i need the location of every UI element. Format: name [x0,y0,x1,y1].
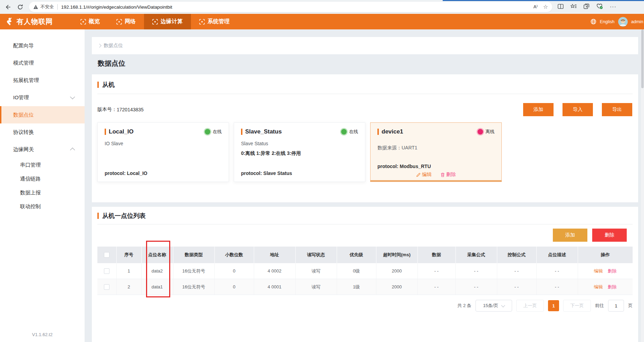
slave-panel: 从机 版本号： 1720143835 添加 导入 导出 Local_IO 在线 … [92,74,638,202]
sidebar-item-label: 协议转换 [13,129,34,136]
browser-essentials-icon[interactable] [596,3,603,11]
sidebar-item-data-report[interactable]: 数据上报 [0,186,85,200]
sidebar-item-communication-link[interactable]: 通信链路 [0,172,85,186]
col-header: 小数位数 [214,247,254,263]
slave-description: IO Slave [105,141,222,146]
sidebar-item-config-wizard[interactable]: 配置向导 [0,37,85,54]
cell-data: - - [417,263,455,279]
address-bar[interactable]: 不安全 192.168.1.1/#/origin/edgecalculation… [29,2,552,12]
scrollbar-thumb[interactable] [641,29,644,88]
cell-decimals: 0 [214,279,254,295]
slave-protocol: protocol: Local_IO [105,170,147,176]
globe-icon[interactable] [590,19,596,25]
sidebar-item-edge-gateway[interactable]: 边缘网关 [0,141,85,158]
chevron-down-icon [70,94,75,99]
breadcrumb-item[interactable]: 数据点位 [104,43,123,49]
sidebar-item-mode-management[interactable]: 模式管理 [0,54,85,72]
collections-icon[interactable] [584,3,589,10]
card-accent-bar [105,129,106,135]
status-online-dot [205,129,210,135]
sidebar-item-linkage-control[interactable]: 联动控制 [0,200,85,213]
slave-card-slave-status[interactable]: Slave_Status 在线 Slave Status 0:离线 1:异常 2… [234,122,365,182]
username-label[interactable]: admin [631,19,643,24]
breadcrumb-chevron-icon [97,44,101,47]
tab-system-management[interactable]: 系统管理 [191,14,238,29]
col-header: 读写状态 [295,247,337,263]
goto-page-input[interactable] [608,300,624,312]
refresh-icon[interactable] [15,2,25,12]
section-accent-bar [97,82,99,88]
prev-page-button[interactable]: 上一页 [516,300,544,312]
col-header: 优先级 [337,247,376,263]
sidebar-item-protocol-conversion[interactable]: 协议转换 [0,123,85,141]
point-list-section-title: 从机一点位列表 [102,212,146,220]
sidebar-item-data-points[interactable]: 数据点位 [0,106,85,123]
export-button[interactable]: 导出 [602,103,632,116]
slave-data-source: 数据来源：UART1 [377,145,494,151]
sidebar-item-serial-management[interactable]: 串口管理 [0,158,85,172]
slave-card-local-io[interactable]: Local_IO 在线 IO Slave protocol: Local_IO [97,122,229,182]
row-edit-link[interactable]: 编辑 [594,268,603,274]
col-header: 控制公式 [497,247,536,263]
sidebar-item-io-management[interactable]: IO管理 [0,89,85,106]
add-point-button[interactable]: 添加 [553,229,587,242]
tab-edge-computing[interactable]: 边缘计算 [144,14,191,29]
slave-card-device1[interactable]: device1 离线 数据来源：UART1 protocol: Modbus_R… [370,122,502,182]
language-label[interactable]: English [600,19,615,24]
page-size-value: 15条/页 [483,303,498,309]
card-accent-bar [241,129,242,135]
more-menu-icon[interactable]: ··· [610,4,616,10]
table-header-row: 序号 点位名称 数据类型 小数位数 地址 读写状态 优先级 超时时间(ms) 数… [97,247,633,263]
sidebar-item-expander-management[interactable]: 拓展机管理 [0,72,85,89]
tab-overview[interactable]: 概览 [72,14,108,29]
col-header: 操作 [578,247,633,263]
sidebar: 配置向导 模式管理 拓展机管理 IO管理 数据点位 协议转换 边缘网关 串口管理… [0,29,85,342]
back-icon[interactable] [3,2,12,12]
next-page-button[interactable]: 下一页 [563,300,591,312]
nav-tabs: 概览 网络 边缘计算 系统管理 [72,14,238,29]
split-screen-icon[interactable] [558,4,564,10]
page-size-select[interactable]: 15条/页 [475,300,512,312]
tab-label: 概览 [89,18,100,25]
col-header: 采集公式 [455,247,497,263]
tab-network[interactable]: 网络 [108,14,144,29]
avatar[interactable] [618,17,628,27]
card-edit-link[interactable]: 编辑 [416,172,432,178]
sidebar-item-label: 联动控制 [20,203,41,210]
slave-name: device1 [382,128,403,135]
row-checkbox[interactable] [104,268,109,274]
import-button[interactable]: 导入 [563,103,593,116]
status-offline-dot [478,129,483,135]
favorites-bar-icon[interactable] [570,3,577,10]
col-header: 地址 [254,247,295,263]
row-delete-link[interactable]: 删除 [608,268,617,274]
point-table: 序号 点位名称 数据类型 小数位数 地址 读写状态 优先级 超时时间(ms) 数… [97,247,633,295]
sidebar-item-label: IO管理 [13,94,29,101]
cell-decimals: 0 [214,263,254,279]
add-slave-button[interactable]: 添加 [523,103,554,116]
delete-point-button[interactable]: 删除 [592,229,627,242]
sidebar-item-label: 数据点位 [13,112,34,118]
trash-icon [441,173,445,177]
url-text[interactable]: 192.168.1.1/#/origin/edgecalculation/Vie… [61,4,534,10]
status-label: 在线 [213,129,222,135]
row-delete-link[interactable]: 删除 [608,284,617,290]
cell-data-type: 16位无符号 [173,263,214,279]
select-all-checkbox[interactable] [104,252,109,258]
breadcrumb: 数据点位 [92,37,638,54]
cell-rw-state: 读写 [295,263,337,279]
favorite-star-icon[interactable]: ☆ [543,4,548,10]
pagination: 共 2 条 15条/页 上一页 1 下一页 前往 页 [92,300,633,312]
cell-address: 4 0002 [254,263,295,279]
sidebar-item-label: 通信链路 [20,176,41,182]
current-page-button[interactable]: 1 [548,300,559,311]
page-scrollbar[interactable] [641,29,644,342]
row-checkbox[interactable] [104,284,109,290]
firmware-version-label: V1.1.62.t2 [0,332,85,337]
row-edit-link[interactable]: 编辑 [594,284,603,290]
read-aloud-icon[interactable]: A) [534,4,538,9]
table-row: 2 data1 16位无符号 0 4 0001 读写 1级 2000 - - -… [97,279,633,295]
cell-collect-formula: - - [455,279,497,295]
sidebar-item-label: 串口管理 [20,162,41,168]
card-delete-link[interactable]: 删除 [441,172,456,178]
